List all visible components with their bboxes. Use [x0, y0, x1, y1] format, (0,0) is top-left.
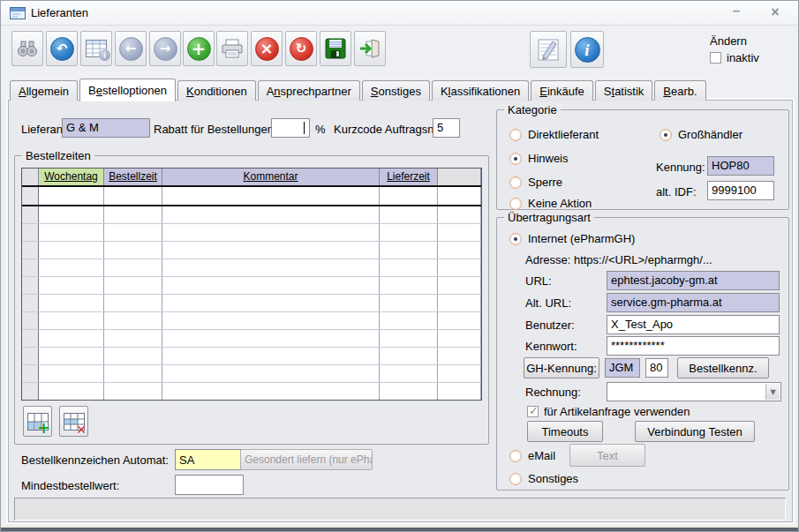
row-selector[interactable]: [22, 206, 39, 223]
table-info-icon: i: [86, 40, 107, 57]
text-button[interactable]: Text: [569, 444, 645, 467]
minimize-button[interactable]: –: [726, 4, 747, 22]
timeouts-button[interactable]: Timeouts: [527, 421, 603, 442]
radio-internet[interactable]: [509, 233, 522, 245]
tab-label: Einkäufe: [539, 85, 584, 98]
title-bar: Lieferanten – ×: [1, 1, 798, 26]
column-header-wochentag[interactable]: Wochentag: [39, 169, 104, 185]
row-selector[interactable]: [22, 242, 39, 259]
tab-sonstiges[interactable]: Sonstiges: [362, 80, 430, 101]
mindestbestellwert-field[interactable]: [175, 475, 244, 495]
row-selector[interactable]: [22, 312, 39, 329]
radio-keine-aktion[interactable]: [509, 198, 522, 210]
search-button[interactable]: [11, 31, 43, 66]
table-row[interactable]: [22, 383, 481, 401]
row-selector[interactable]: [22, 295, 39, 311]
table-row[interactable]: [22, 259, 481, 277]
tab-label: Sonstiges: [371, 85, 421, 98]
window-icon: [10, 7, 26, 19]
table-row[interactable]: [22, 242, 481, 259]
tab-ansprechpartner[interactable]: Ansprechpartner: [258, 80, 360, 101]
print-button[interactable]: [216, 31, 248, 66]
radio-sonstiges[interactable]: [509, 473, 522, 485]
tab-konditionen[interactable]: Konditionen: [177, 80, 256, 101]
gh-kennung-button[interactable]: GH-Kennung:: [524, 357, 599, 378]
kennwort-field[interactable]: ************: [607, 336, 780, 356]
save-icon: [325, 38, 346, 59]
new-record-button[interactable]: +: [183, 31, 215, 66]
column-header-kommentar[interactable]: Kommentar: [162, 169, 380, 185]
row-selector[interactable]: [22, 348, 39, 364]
table-row[interactable]: [22, 365, 481, 383]
add-row-button[interactable]: +: [23, 406, 52, 437]
radio-grosshaendler[interactable]: [660, 129, 672, 141]
lieferanten-window: Lieferanten – × ↶ i ← → + × ↻ i Ändern i…: [0, 0, 799, 532]
row-selector[interactable]: [22, 277, 39, 294]
kurzcode-field[interactable]: 5: [433, 118, 460, 138]
table-overview-button[interactable]: i: [80, 31, 112, 66]
tab-allgemein[interactable]: Allgemein: [10, 80, 78, 101]
column-header-bestellzeit[interactable]: Bestellzeit: [104, 169, 162, 185]
verbindung-testen-button[interactable]: Verbindung Testen: [635, 421, 755, 442]
tab-statistik[interactable]: Statistik: [595, 80, 653, 101]
next-record-button[interactable]: →: [149, 31, 181, 66]
row-selector[interactable]: [22, 259, 39, 276]
previous-record-button[interactable]: ←: [115, 31, 147, 66]
adresse-text: Adresse: https://<URL>/epharmgh/...: [525, 253, 712, 266]
radio-sperre[interactable]: [509, 176, 522, 189]
row-selector[interactable]: [22, 365, 39, 382]
gh-kennung-nr-field[interactable]: 80: [645, 358, 668, 378]
row-selector-header: [22, 169, 39, 185]
tab-label: Bestelloptionen: [88, 84, 167, 97]
tab-einkaeufe[interactable]: Einkäufe: [531, 80, 593, 101]
bestellkennzeichen-field[interactable]: SA: [175, 449, 244, 470]
cross-icon: ×: [255, 37, 279, 61]
table-row[interactable]: [22, 295, 481, 312]
tab-label: Allgemein: [19, 85, 69, 98]
url-label: URL:: [525, 274, 552, 288]
artikelanfrage-checkbox[interactable]: [527, 406, 539, 417]
radio-direktlieferant[interactable]: [509, 129, 522, 141]
rechnung-combobox[interactable]: ▼: [607, 382, 781, 401]
chevron-down-icon[interactable]: ▼: [765, 384, 780, 400]
undo-button[interactable]: ↶: [46, 31, 78, 66]
save-button[interactable]: [320, 31, 351, 66]
tab-bestelloptionen[interactable]: Bestelloptionen: [79, 79, 176, 101]
row-selector[interactable]: [22, 330, 39, 347]
table-row[interactable]: [22, 206, 481, 224]
plus-icon: +: [37, 420, 50, 436]
column-header-lieferzeit[interactable]: Lieferzeit: [380, 169, 438, 185]
discard-changes-button[interactable]: ↻: [285, 31, 317, 66]
gesondert-liefern-button[interactable]: Gesondert liefern (nur ePharm: [240, 449, 373, 470]
bestelloptionen-page: Lieferant: G & M Rabatt für Bestellungen…: [8, 100, 793, 522]
table-row[interactable]: [22, 277, 481, 295]
alt-idf-label: alt. IDF:: [656, 185, 697, 199]
info-button[interactable]: i: [570, 31, 604, 68]
alt-idf-field[interactable]: 9999100: [707, 181, 774, 200]
delete-row-button[interactable]: ✕: [59, 406, 88, 437]
edit-notes-button[interactable]: [530, 31, 567, 68]
tab-bearb[interactable]: Bearb.: [654, 80, 705, 101]
table-row[interactable]: [22, 330, 481, 348]
inaktiv-checkbox[interactable]: [710, 52, 721, 64]
table-row[interactable]: [22, 224, 481, 242]
aendern-label: Ändern: [710, 34, 747, 48]
table-row[interactable]: [22, 348, 481, 365]
row-selector[interactable]: [22, 187, 39, 205]
table-row[interactable]: [22, 312, 481, 330]
exit-button[interactable]: [354, 31, 386, 66]
row-selector[interactable]: [22, 224, 39, 241]
radio-hinweis[interactable]: [509, 153, 522, 165]
uebertragungsart-group: Übertragungsart Internet (ePharmGH) Adre…: [496, 217, 789, 491]
benutzer-field[interactable]: X_Test_Apo: [607, 315, 780, 334]
bestellzeiten-table[interactable]: Wochentag Bestellzeit Kommentar Lieferze…: [21, 168, 482, 401]
window-bottom-edge: [1, 528, 798, 531]
close-button[interactable]: ×: [765, 4, 786, 22]
tab-klassifikationen[interactable]: Klassifikationen: [432, 80, 529, 101]
delete-button[interactable]: ×: [251, 31, 283, 66]
row-selector[interactable]: [22, 383, 39, 400]
table-row-selected[interactable]: [22, 187, 481, 206]
rabatt-field[interactable]: [271, 118, 310, 138]
bestellkennz-button[interactable]: Bestellkennz.: [677, 357, 769, 378]
radio-email[interactable]: [509, 450, 522, 462]
